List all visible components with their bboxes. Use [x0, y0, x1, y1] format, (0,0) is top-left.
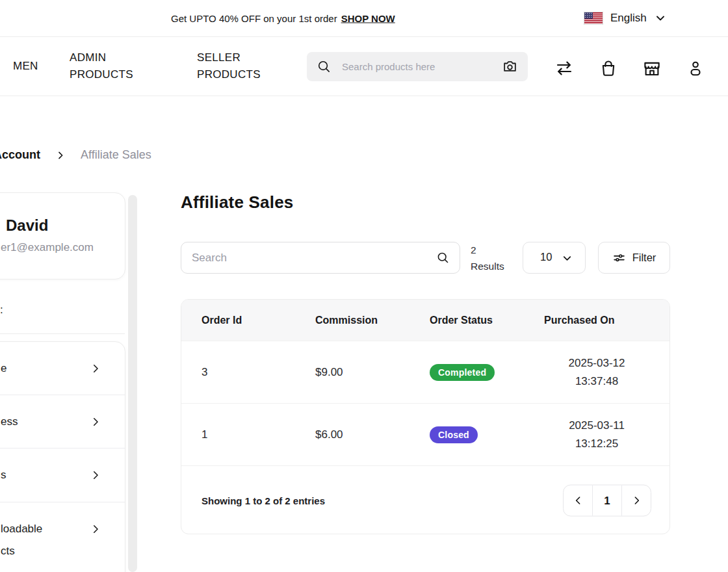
affiliate-sales-table: Order Id Commission Order Status Purchas… [181, 299, 670, 534]
chevron-down-icon [561, 252, 573, 265]
us-flag-icon [584, 12, 603, 25]
main-nav: MEN ADMIN PRODUCTS SELLER PRODUCTS [0, 37, 728, 96]
shopping-bag-icon[interactable] [599, 58, 618, 78]
chevron-right-icon [90, 363, 101, 374]
search-icon [436, 251, 450, 265]
sidebar-scrollbar[interactable] [128, 195, 137, 572]
language-label: English [610, 12, 647, 25]
sidebar-menu: e ess s loadable cts [0, 341, 125, 572]
table-row: 1 $6.00 Closed 2025-03-11 13:12:25 [181, 403, 670, 465]
next-page-button[interactable] [622, 486, 651, 516]
sidebar-item-label: e [1, 362, 6, 375]
sidebar-item-label: loadable cts [1, 518, 42, 562]
col-commission: Commission [295, 300, 410, 341]
prev-page-button[interactable] [564, 486, 592, 516]
sidebar-menu-item-downloadable[interactable]: loadable cts [0, 502, 125, 572]
table-row: 3 $9.00 Completed 2025-03-12 13:37:48 [181, 341, 670, 403]
filter-label: Filter [632, 252, 656, 264]
page-size-value: 10 [540, 251, 552, 263]
cell-order-id: 3 [181, 366, 295, 379]
sidebar-item-clipped[interactable]: : [0, 286, 125, 334]
cell-order-id: 1 [181, 428, 295, 441]
entries-summary: Showing 1 to 2 of 2 entries [202, 495, 325, 506]
breadcrumb: Account Affiliate Sales [0, 148, 151, 162]
page-size-select[interactable]: 10 [523, 242, 586, 274]
promo-banner: Get UPTO 40% OFF on your 1st orderSHOP N… [0, 0, 728, 37]
results-label: Results [471, 259, 511, 275]
chevron-left-icon [573, 495, 584, 506]
filter-sliders-icon [612, 251, 626, 265]
status-badge: Closed [430, 426, 478, 443]
pagination: 1 [563, 485, 651, 517]
language-selector[interactable]: English [584, 0, 667, 36]
table-controls: 2 Results 10 Filter [181, 242, 670, 274]
compare-icon[interactable] [554, 58, 574, 78]
chevron-down-icon [654, 12, 667, 25]
breadcrumb-affiliate-sales: Affiliate Sales [81, 148, 151, 162]
purchase-date: 2025-03-11 [524, 417, 670, 435]
user-name: David [6, 216, 48, 235]
sidebar-item-label: s [1, 469, 6, 482]
sidebar-item-label: ess [1, 415, 18, 428]
purchase-time: 13:12:25 [524, 435, 670, 453]
results-count: 2 Results [471, 242, 511, 275]
table-search-input[interactable] [192, 242, 432, 273]
chevron-right-icon [90, 469, 101, 481]
page-title: Affiliate Sales [181, 192, 670, 213]
sidebar-menu-item[interactable]: e [0, 342, 125, 395]
current-page: 1 [592, 486, 622, 516]
breadcrumb-account[interactable]: Account [0, 148, 40, 162]
col-order-status: Order Status [410, 300, 524, 341]
cell-commission: $6.00 [295, 428, 410, 441]
purchase-time: 13:37:48 [524, 372, 670, 391]
chevron-right-icon [90, 416, 101, 428]
account-icon[interactable] [686, 58, 705, 78]
chevron-right-icon [55, 150, 66, 161]
purchase-date: 2025-03-12 [524, 354, 670, 372]
table-footer: Showing 1 to 2 of 2 entries 1 [181, 465, 670, 534]
sidebar-item-label: : [0, 304, 3, 317]
results-number: 2 [471, 242, 511, 259]
table-search-box[interactable] [181, 242, 460, 274]
table-header: Order Id Commission Order Status Purchas… [181, 300, 670, 341]
promo-message: Get UPTO 40% OFF on your 1st orderSHOP N… [171, 13, 395, 24]
sidebar-menu-item[interactable]: s [0, 448, 125, 502]
col-order-id: Order Id [181, 300, 295, 341]
cell-commission: $9.00 [295, 366, 410, 379]
chevron-right-icon [90, 523, 101, 535]
sidebar-user-card: David er1@example.com [0, 192, 125, 280]
main-content: Affiliate Sales 2 Results 10 Filter Orde… [181, 192, 670, 213]
filter-button[interactable]: Filter [598, 242, 670, 274]
cell-purchased-on: 2025-03-11 13:12:25 [524, 417, 670, 453]
col-purchased-on: Purchased On [524, 300, 670, 341]
cell-purchased-on: 2025-03-12 13:37:48 [524, 354, 670, 391]
cell-order-status: Completed [410, 364, 524, 381]
promo-text: Get UPTO 40% OFF on your 1st order [171, 13, 337, 24]
store-icon[interactable] [642, 58, 662, 78]
chevron-right-icon [631, 495, 642, 506]
user-email: er1@example.com [1, 241, 94, 254]
shop-now-link[interactable]: SHOP NOW [341, 13, 395, 24]
status-badge: Completed [430, 364, 495, 381]
sidebar-menu-item[interactable]: ess [0, 395, 125, 448]
nav-icon-group [0, 58, 728, 78]
cell-order-status: Closed [410, 426, 524, 443]
